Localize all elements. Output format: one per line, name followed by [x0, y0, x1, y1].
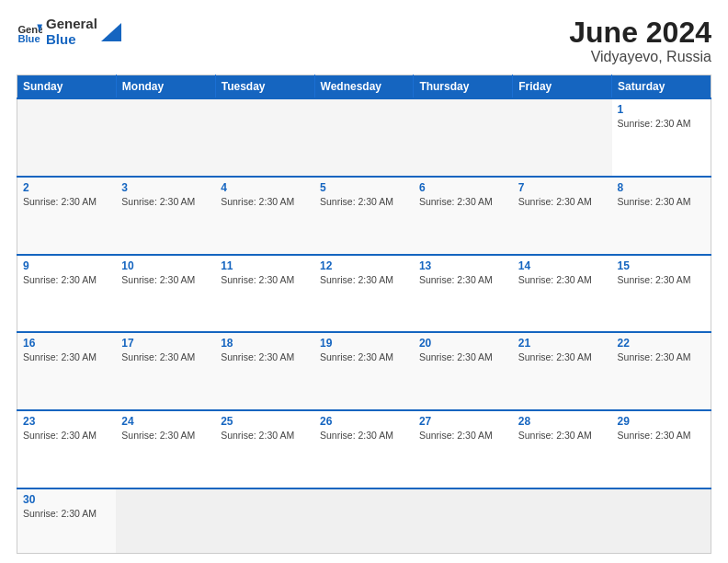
header-sunday: Sunday [17, 75, 117, 99]
day-number: 3 [121, 181, 210, 194]
day-sunrise-info: Sunrise: 2:30 AM [121, 274, 195, 285]
calendar-cell [314, 98, 414, 177]
day-number: 26 [320, 415, 408, 428]
day-number: 15 [618, 259, 705, 272]
day-sunrise-info: Sunrise: 2:30 AM [23, 430, 97, 441]
day-number: 22 [618, 337, 705, 350]
calendar-cell: 25Sunrise: 2:30 AM [215, 410, 314, 488]
header-wednesday: Wednesday [314, 75, 414, 99]
calendar-cell: 20Sunrise: 2:30 AM [414, 332, 513, 410]
calendar-cell: 24Sunrise: 2:30 AM [116, 410, 215, 488]
day-sunrise-info: Sunrise: 2:30 AM [23, 351, 97, 362]
day-number: 19 [320, 337, 408, 350]
calendar-table: Sunday Monday Tuesday Wednesday Thursday… [17, 75, 711, 554]
calendar-cell: 4Sunrise: 2:30 AM [215, 177, 314, 255]
week-row-6: 30Sunrise: 2:30 AM [17, 488, 711, 554]
day-sunrise-info: Sunrise: 2:30 AM [618, 196, 691, 207]
calendar-cell [513, 98, 612, 177]
calendar-cell: 16Sunrise: 2:30 AM [17, 332, 117, 410]
day-number: 30 [23, 493, 110, 506]
day-sunrise-info: Sunrise: 2:30 AM [618, 274, 691, 285]
calendar-cell [314, 488, 414, 554]
title-block: June 2024 Vidyayevo, Russia [569, 17, 711, 65]
calendar-cell [116, 98, 215, 177]
calendar-cell: 1Sunrise: 2:30 AM [612, 98, 711, 177]
week-row-2: 2Sunrise: 2:30 AM3Sunrise: 2:30 AM4Sunri… [17, 177, 711, 255]
calendar-cell: 12Sunrise: 2:30 AM [314, 255, 414, 333]
header-tuesday: Tuesday [215, 75, 314, 99]
calendar-cell: 21Sunrise: 2:30 AM [513, 332, 612, 410]
day-sunrise-info: Sunrise: 2:30 AM [618, 118, 691, 129]
day-sunrise-info: Sunrise: 2:30 AM [518, 351, 592, 362]
calendar-cell: 2Sunrise: 2:30 AM [17, 177, 117, 255]
day-sunrise-info: Sunrise: 2:30 AM [618, 351, 691, 362]
day-sunrise-info: Sunrise: 2:30 AM [121, 430, 195, 441]
calendar-cell: 28Sunrise: 2:30 AM [513, 410, 612, 488]
logo-triangle-icon [101, 23, 121, 41]
day-number: 1 [618, 103, 705, 116]
day-sunrise-info: Sunrise: 2:30 AM [618, 430, 691, 441]
weekday-header-row: Sunday Monday Tuesday Wednesday Thursday… [17, 75, 711, 99]
day-sunrise-info: Sunrise: 2:30 AM [518, 274, 592, 285]
calendar-cell: 27Sunrise: 2:30 AM [414, 410, 513, 488]
day-number: 27 [419, 415, 507, 428]
day-number: 21 [518, 337, 607, 350]
calendar-cell: 9Sunrise: 2:30 AM [17, 255, 117, 333]
day-sunrise-info: Sunrise: 2:30 AM [23, 508, 97, 519]
calendar-cell: 10Sunrise: 2:30 AM [116, 255, 215, 333]
day-number: 13 [419, 259, 507, 272]
logo-general: General [46, 17, 97, 32]
calendar-cell: 30Sunrise: 2:30 AM [17, 488, 117, 554]
day-sunrise-info: Sunrise: 2:30 AM [320, 351, 393, 362]
calendar-cell [513, 488, 612, 554]
calendar-cell [215, 98, 314, 177]
calendar-cell: 7Sunrise: 2:30 AM [513, 177, 612, 255]
day-number: 25 [221, 415, 309, 428]
calendar-cell: 14Sunrise: 2:30 AM [513, 255, 612, 333]
day-number: 7 [518, 181, 607, 194]
day-sunrise-info: Sunrise: 2:30 AM [121, 351, 195, 362]
day-number: 17 [121, 337, 210, 350]
calendar-cell [414, 98, 513, 177]
logo: General Blue General Blue [17, 17, 121, 47]
page: General Blue General Blue June 2024 Vidy… [0, 0, 728, 563]
day-number: 12 [320, 259, 408, 272]
calendar-cell [116, 488, 215, 554]
week-row-1: 1Sunrise: 2:30 AM [17, 98, 711, 177]
calendar-cell [414, 488, 513, 554]
day-sunrise-info: Sunrise: 2:30 AM [221, 274, 294, 285]
day-number: 14 [518, 259, 607, 272]
day-sunrise-info: Sunrise: 2:30 AM [518, 430, 592, 441]
day-number: 10 [121, 259, 210, 272]
day-number: 9 [23, 259, 110, 272]
day-number: 20 [419, 337, 507, 350]
calendar-cell [612, 488, 711, 554]
day-sunrise-info: Sunrise: 2:30 AM [419, 196, 493, 207]
day-sunrise-info: Sunrise: 2:30 AM [221, 196, 294, 207]
day-sunrise-info: Sunrise: 2:30 AM [419, 274, 493, 285]
day-sunrise-info: Sunrise: 2:30 AM [23, 196, 97, 207]
day-sunrise-info: Sunrise: 2:30 AM [320, 196, 393, 207]
week-row-3: 9Sunrise: 2:30 AM10Sunrise: 2:30 AM11Sun… [17, 255, 711, 333]
header: General Blue General Blue June 2024 Vidy… [17, 17, 711, 65]
day-sunrise-info: Sunrise: 2:30 AM [320, 274, 393, 285]
logo-blue: Blue [46, 32, 97, 48]
day-number: 24 [121, 415, 210, 428]
day-number: 4 [221, 181, 309, 194]
day-number: 2 [23, 181, 110, 194]
month-title: June 2024 [569, 17, 711, 49]
day-number: 23 [23, 415, 110, 428]
header-thursday: Thursday [414, 75, 513, 99]
day-number: 6 [419, 181, 507, 194]
calendar-cell: 17Sunrise: 2:30 AM [116, 332, 215, 410]
day-sunrise-info: Sunrise: 2:30 AM [419, 430, 493, 441]
calendar-cell: 3Sunrise: 2:30 AM [116, 177, 215, 255]
day-number: 5 [320, 181, 408, 194]
day-number: 18 [221, 337, 309, 350]
day-sunrise-info: Sunrise: 2:30 AM [419, 351, 493, 362]
calendar-cell: 22Sunrise: 2:30 AM [612, 332, 711, 410]
calendar-cell: 18Sunrise: 2:30 AM [215, 332, 314, 410]
day-number: 16 [23, 337, 110, 350]
day-sunrise-info: Sunrise: 2:30 AM [320, 430, 393, 441]
calendar-cell: 5Sunrise: 2:30 AM [314, 177, 414, 255]
